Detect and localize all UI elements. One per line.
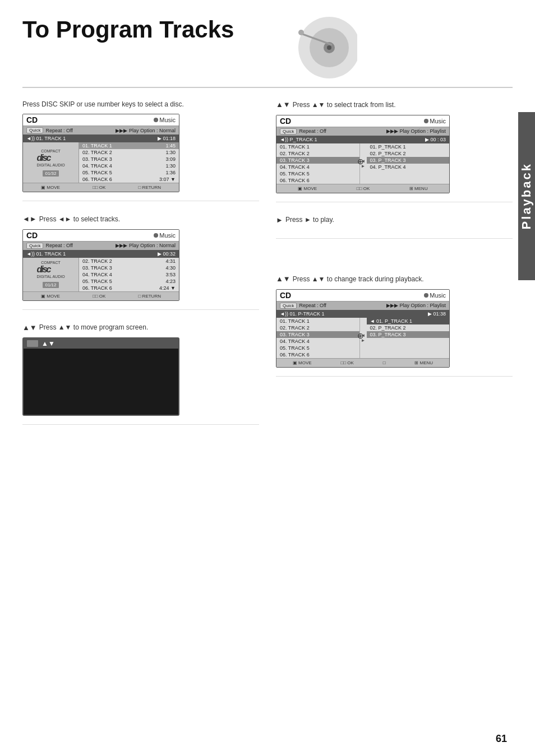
track-name: 06. TRACK 6: [280, 178, 310, 183]
disc-graphic: [245, 17, 357, 78]
step3r-text: Press ▲▼ to select track from list.: [293, 100, 396, 110]
track-name: 06. TRACK 6: [280, 352, 310, 358]
table-row: 02. P_TRACK 2: [367, 324, 450, 331]
footer-move-p1[interactable]: ▣ MOVE: [298, 186, 317, 191]
cd-now-playing-1: ◄)) 01. TRACK 1 ▶ 01:18: [23, 134, 179, 142]
footer-return-2[interactable]: □ RETURN: [139, 294, 161, 299]
table-row: 04. TRACK 4 3:53: [79, 271, 179, 278]
step1-section: Press DISC SKIP or use number keys to se…: [22, 99, 259, 201]
cd-right-tracks-2: ◄ 01. P_TRACK 1 02. P_TRACK 2 03. P_TRAC…: [367, 318, 450, 358]
table-row: ◄ 01. P_TRACK 1: [367, 318, 450, 324]
track-time: 3:53: [165, 272, 176, 277]
cd-track-now-p1: ◄)) P_TRACK 1: [280, 137, 317, 142]
table-row: 04. TRACK 4: [276, 164, 359, 170]
track-time: 4:23: [165, 279, 176, 284]
cd-footer-2: ▣ MOVE □□ OK □ RETURN: [23, 291, 179, 300]
cd-repeat-2: Repeat : Off: [45, 243, 72, 248]
track-name: 03. TRACK 3: [82, 265, 112, 271]
sidebar-label: Playback: [519, 163, 534, 229]
quick-btn-p1[interactable]: Quick: [280, 128, 297, 134]
track-time: 4:30: [165, 265, 176, 271]
footer-ok-1[interactable]: □□ OK: [93, 185, 105, 190]
cd-play-opt-p2: ▶▶▶ Play Option : Playlist: [386, 303, 446, 308]
table-row: 05. TRACK 5 1:36: [79, 169, 179, 176]
table-row: 03. TRACK 3 3:09: [79, 156, 179, 163]
cd-repeat-p1: Repeat : Off: [299, 128, 326, 134]
cd-time-1: ▶ 01:18: [158, 136, 176, 141]
quick-btn-2[interactable]: Quick: [26, 243, 43, 249]
cd-playlist-panel-1: 01. TRACK 1 02. TRACK 2 03. TRACK 3 ⊕ 04…: [276, 143, 449, 184]
prog-icon: [27, 340, 38, 347]
cd-title-p1: CD: [280, 117, 291, 126]
cd-time-p2: ▶ 01:38: [428, 311, 446, 317]
footer-ok-p1[interactable]: □□ OK: [357, 186, 370, 191]
track-name: 06. TRACK 6: [82, 177, 112, 182]
step3r-section: ▲▼ Press ▲▼ to select track from list. C…: [276, 99, 513, 202]
cd-row2-2: Quick Repeat : Off ▶▶▶ Play Option : Nor…: [23, 242, 179, 250]
disc-logo-big-2: disc: [36, 265, 64, 275]
quick-btn-1[interactable]: Quick: [26, 127, 43, 133]
track-time: 3:09: [165, 156, 176, 162]
cd-footer-p1: ▣ MOVE □□ OK ⊞ MENU: [276, 184, 449, 193]
track-time: 4:24 ▼: [159, 285, 176, 291]
music-dot-2: [154, 233, 158, 238]
footer-move-1[interactable]: ▣ MOVE: [41, 185, 60, 190]
ptrack-name: 03. P_TRACK 3: [370, 157, 406, 163]
cd-play-opt-2: ▶▶▶ Play Option : Normal: [116, 243, 176, 248]
step4-arrow: ►: [276, 215, 283, 226]
prog-arrows-icon: ▲▼: [41, 340, 55, 347]
table-row: 06. TRACK 6 3:07 ▼: [79, 176, 179, 183]
footer-menu-p1[interactable]: ⊞ MENU: [409, 186, 428, 191]
footer-menu-p2[interactable]: ⊞ MENU: [414, 360, 433, 365]
cd-track-list-2: 02. TRACK 2 4:31 03. TRACK 3 4:30 04. TR…: [79, 258, 179, 291]
cd-screen-playlist2: CD Music Quick Repeat : Off ▶▶▶ Play Opt…: [276, 289, 450, 368]
table-row: 03. P_TRACK 3: [367, 331, 450, 338]
footer-return-1[interactable]: □ RETURN: [139, 185, 161, 190]
ptrack-name: ◄ 01. P_TRACK 1: [370, 318, 412, 324]
left-column: Press DISC SKIP or use number keys to se…: [22, 99, 259, 437]
table-row: 04. TRACK 4: [276, 338, 359, 345]
cd-left-panel-2: COMPACT disc DIGITAL AUDIO 01/12: [23, 258, 79, 291]
cd-music-p2: Music: [424, 292, 446, 299]
track-time: 1:30: [165, 150, 176, 155]
step5-section: ▲▼ Press ▲▼ to change track during playb…: [276, 273, 513, 377]
cd-time-2: ▶ 00:32: [158, 251, 176, 257]
footer-ok-2[interactable]: □□ OK: [93, 294, 105, 299]
step5-arrows: ▲▼: [276, 273, 290, 285]
cd-row2-p1: Quick Repeat : Off ▶▶▶ Play Option : Pla…: [276, 127, 449, 136]
table-row: 01. P_TRACK 1: [367, 143, 450, 150]
header-section: To Program Tracks: [22, 17, 513, 88]
track-name: 02. TRACK 2: [280, 151, 310, 156]
cd-track-now-p2: ◄)) 01. P-TRACK 1: [280, 311, 324, 317]
track-name: 01. TRACK 1: [280, 144, 310, 150]
table-row: 05. TRACK 5 4:23: [79, 278, 179, 285]
track-name: 06. TRACK 6: [82, 285, 112, 291]
step4-instruction: ► Press ► to play.: [276, 215, 513, 226]
table-row: 03. TRACK 3 4:30: [79, 265, 179, 271]
table-row: 02. TRACK 2 4:31: [79, 258, 179, 265]
table-row: 06. TRACK 6 4:24 ▼: [79, 285, 179, 291]
quick-btn-p2[interactable]: Quick: [280, 303, 297, 309]
program-screen-body: [24, 349, 178, 415]
cd-track-list-1: 01. TRACK 1 1:45 02. TRACK 2 1:30 03. TR…: [79, 142, 179, 183]
cd-screen-1: CD Music Quick Repeat : Off ▶▶▶ Play Opt…: [22, 114, 179, 192]
cd-disc-number-2: 01/12: [43, 282, 58, 288]
footer-ok-p2[interactable]: □□ OK: [340, 360, 353, 365]
disc-logo-big-1: disc: [36, 153, 64, 163]
cd-header-1: CD Music: [23, 114, 179, 126]
track-name: 02. TRACK 2: [280, 325, 310, 331]
track-time: 1:45: [165, 143, 176, 149]
track-name: 02. TRACK 2: [82, 258, 112, 264]
table-row: 06. TRACK 6: [276, 177, 359, 184]
cd-track-now-1: ◄)) 01. TRACK 1: [26, 136, 66, 141]
cd-play-opt-1: ▶▶▶ Play Option : Normal: [116, 128, 176, 133]
table-row: 03. TRACK 3 ⊕: [276, 331, 359, 338]
footer-move-p2[interactable]: ▣ MOVE: [293, 360, 312, 365]
footer-move-2[interactable]: ▣ MOVE: [41, 294, 60, 299]
svg-point-5: [298, 30, 304, 35]
ptrack-name: 04. P_TRACK 4: [370, 164, 406, 170]
table-row: 05. TRACK 5: [276, 170, 359, 177]
cd-header-2: CD Music: [23, 230, 179, 242]
music-dot: [154, 118, 158, 122]
step3r-instruction: ▲▼ Press ▲▼ to select track from list.: [276, 99, 513, 110]
